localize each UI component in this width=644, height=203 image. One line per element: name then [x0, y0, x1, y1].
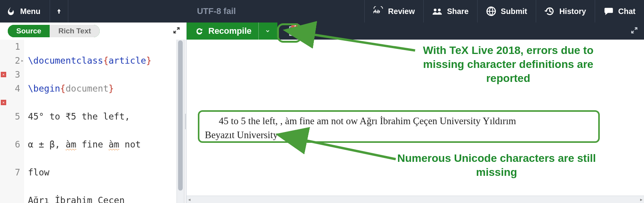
history-icon	[545, 6, 555, 16]
share-label: Share	[447, 7, 469, 16]
recompile-button[interactable]: Recompile	[187, 23, 277, 40]
pdf-output-highlight: 45 to 5 the left, , àm fine am not ow Ağ…	[198, 110, 600, 143]
annotation-text-1: With TeX Live 2018, errors due to missin…	[415, 43, 601, 85]
review-label: Review	[388, 7, 415, 16]
share-icon	[432, 6, 442, 16]
review-button[interactable]: Ab Review	[364, 0, 423, 23]
menu-button[interactable]: Menu	[18, 0, 50, 23]
expand-editor-icon[interactable]	[173, 27, 180, 35]
line-number: 5	[6, 109, 20, 123]
pdf-text-line: Beyazıt University	[205, 130, 278, 140]
annotation-text-2: Numerous Unicode characters are still mi…	[392, 151, 601, 179]
history-button[interactable]: History	[536, 0, 595, 23]
history-label: History	[559, 7, 586, 16]
expand-preview-icon[interactable]	[631, 27, 638, 35]
chat-button[interactable]: Chat	[595, 0, 644, 23]
error-gutter	[0, 40, 6, 203]
preview-toolbar: Recompile 7	[187, 23, 644, 40]
editor-tab-bar: Source Rich Text	[0, 23, 186, 40]
top-toolbar: Menu UTF-8 fail Ab Review Share Submit H…	[0, 0, 644, 23]
svg-text:Ab: Ab	[373, 9, 380, 14]
svg-point-2	[438, 9, 441, 11]
download-pdf-button[interactable]	[303, 23, 317, 40]
line-number: 3	[6, 68, 20, 82]
pane-resize-handle[interactable]	[184, 40, 186, 203]
overleaf-logo-icon[interactable]	[4, 0, 18, 23]
chat-icon	[604, 6, 614, 16]
recompile-label: Recompile	[208, 26, 251, 36]
recompile-dropdown-icon[interactable]	[258, 23, 270, 40]
submit-button[interactable]: Submit	[477, 0, 536, 23]
code-content[interactable]: \documentclass{article} \begin{document}…	[24, 40, 177, 203]
line-number: 2	[6, 54, 20, 68]
svg-point-1	[434, 9, 436, 11]
line-number: 4	[6, 82, 20, 95]
project-title[interactable]: UTF-8 fail	[68, 0, 364, 23]
menu-label: Menu	[20, 7, 40, 16]
refresh-icon	[195, 27, 204, 35]
error-marker-icon[interactable]	[1, 100, 6, 105]
preview-horizontal-scrollbar[interactable]	[187, 196, 644, 203]
top-actions: Ab Review Share Submit History Chat	[364, 0, 644, 23]
share-button[interactable]: Share	[423, 0, 477, 23]
line-number	[6, 123, 20, 137]
error-count-badge: 7	[291, 23, 298, 30]
code-editor[interactable]: 1 2 3 4 5 6 7 \documentclass{article} \b…	[0, 40, 186, 203]
submit-label: Submit	[501, 7, 527, 16]
editor-mode-toggle: Source Rich Text	[8, 25, 100, 37]
review-icon: Ab	[373, 6, 383, 16]
line-number	[6, 95, 20, 109]
chat-label: Chat	[618, 7, 635, 16]
submit-icon	[486, 6, 496, 16]
line-number-gutter: 1 2 3 4 5 6 7	[6, 40, 24, 203]
richtext-tab[interactable]: Rich Text	[50, 25, 99, 37]
source-tab[interactable]: Source	[8, 25, 50, 37]
line-number	[6, 151, 20, 165]
error-marker-icon[interactable]	[1, 72, 6, 77]
line-number: 6	[6, 137, 20, 151]
editor-pane: Source Rich Text 1 2 3 4 5 6	[0, 23, 187, 203]
logs-button[interactable]: 7	[282, 23, 303, 40]
line-number: 7	[6, 165, 20, 179]
line-number: 1	[6, 40, 20, 54]
pdf-text-line: 45 to 5 the left, , àm fine am not ow Ağ…	[219, 116, 516, 126]
download-icon	[306, 27, 314, 35]
back-to-projects-button[interactable]	[50, 0, 68, 23]
editor-vertical-scrollbar[interactable]	[177, 40, 184, 203]
